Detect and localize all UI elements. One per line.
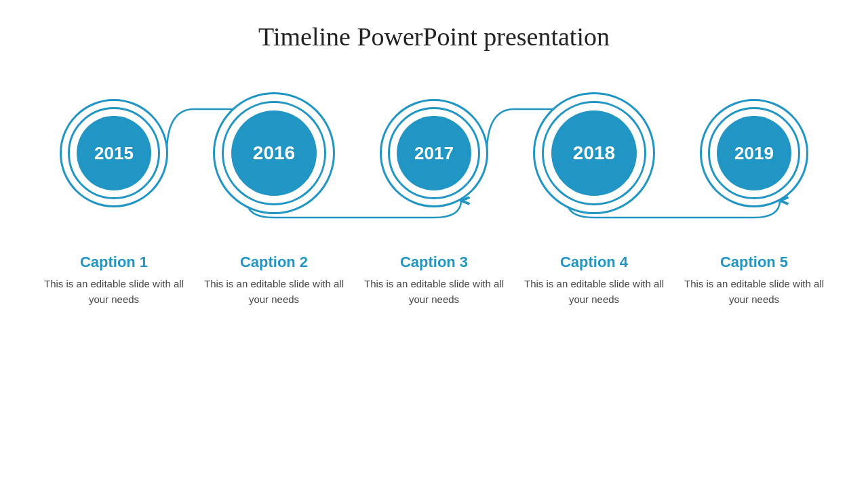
circles-row: 2015 2016 2017 2018 bbox=[34, 65, 834, 241]
circle-item-2018: 2018 bbox=[514, 92, 674, 214]
caption-title-2017: Caption 3 bbox=[400, 253, 468, 271]
caption-text-2017: This is an editable slide with all your … bbox=[354, 277, 514, 307]
caption-item-2017: Caption 3 This is an editable slide with… bbox=[354, 253, 514, 307]
caption-text-2019: This is an editable slide with all your … bbox=[674, 277, 834, 307]
caption-text-2016: This is an editable slide with all your … bbox=[194, 277, 354, 307]
circle-item-2016: 2016 bbox=[194, 92, 354, 214]
circle-mid-2016: 2016 bbox=[222, 101, 326, 205]
caption-item-2016: Caption 2 This is an editable slide with… bbox=[194, 253, 354, 307]
circle-inner-2018: 2018 bbox=[551, 110, 637, 196]
circle-mid-2018: 2018 bbox=[542, 101, 646, 205]
circle-mid-2019: 2019 bbox=[708, 107, 800, 199]
circle-mid-2015: 2015 bbox=[68, 107, 160, 199]
circle-inner-2019: 2019 bbox=[717, 116, 791, 190]
circle-inner-2016: 2016 bbox=[231, 110, 317, 196]
circle-outer-2019: 2019 bbox=[700, 99, 808, 207]
circle-outer-2017: 2017 bbox=[380, 99, 488, 207]
circle-inner-2017: 2017 bbox=[397, 116, 471, 190]
circle-outer-2015: 2015 bbox=[60, 99, 168, 207]
caption-text-2018: This is an editable slide with all your … bbox=[514, 277, 674, 307]
caption-text-2015: This is an editable slide with all your … bbox=[34, 277, 194, 307]
caption-item-2019: Caption 5 This is an editable slide with… bbox=[674, 253, 834, 307]
caption-title-2015: Caption 1 bbox=[80, 253, 148, 271]
circle-item-2015: 2015 bbox=[34, 99, 194, 207]
circle-item-2019: 2019 bbox=[674, 99, 834, 207]
caption-title-2016: Caption 2 bbox=[240, 253, 308, 271]
caption-title-2019: Caption 5 bbox=[720, 253, 788, 271]
circle-inner-2015: 2015 bbox=[77, 116, 151, 190]
timeline-area: 2015 2016 2017 2018 bbox=[0, 65, 868, 307]
page-title: Timeline PowerPoint presentation bbox=[258, 22, 610, 52]
captions-row: Caption 1 This is an editable slide with… bbox=[34, 253, 834, 307]
circle-mid-2017: 2017 bbox=[388, 107, 480, 199]
circle-outer-2016: 2016 bbox=[213, 92, 335, 214]
caption-item-2015: Caption 1 This is an editable slide with… bbox=[34, 253, 194, 307]
circle-item-2017: 2017 bbox=[354, 99, 514, 207]
caption-item-2018: Caption 4 This is an editable slide with… bbox=[514, 253, 674, 307]
circle-outer-2018: 2018 bbox=[533, 92, 655, 214]
caption-title-2018: Caption 4 bbox=[560, 253, 628, 271]
